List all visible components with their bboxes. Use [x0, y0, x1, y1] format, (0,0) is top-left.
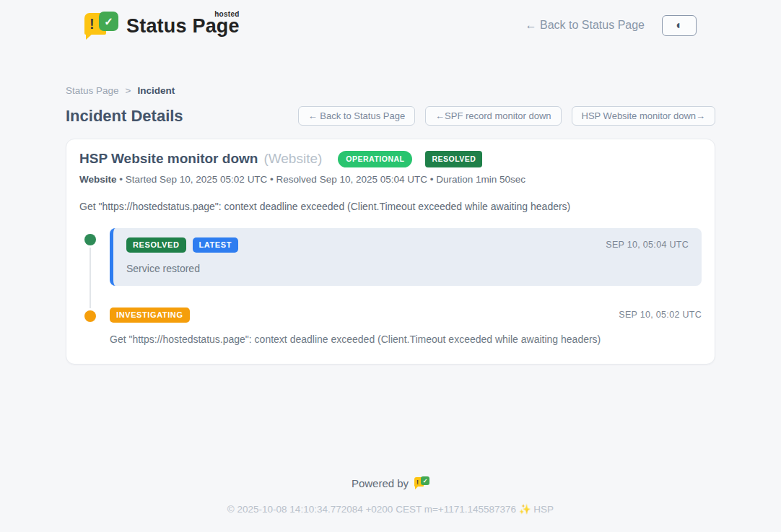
timeline-entry-message: Get "https://hostedstatus.page": context…: [110, 333, 702, 345]
timeline-entry-resolved: RESOLVED LATEST SEP 10, 05:04 UTC Servic…: [79, 228, 702, 286]
powered-by-label: Powered by: [352, 477, 409, 489]
breadcrumb-status-page[interactable]: Status Page: [66, 85, 119, 96]
timeline-dot-green: [84, 234, 96, 245]
footer-logo-icon: ! ✓: [414, 476, 429, 490]
incident-component: (Website): [263, 151, 322, 167]
brand-logo-text: hosted Status Page: [126, 10, 240, 40]
contrast-icon: ◐: [676, 19, 683, 31]
timeline-entry-plain: INVESTIGATING SEP 10, 05:02 UTC Get "htt…: [110, 308, 702, 345]
timeline-latest-badge: LATEST: [193, 237, 239, 253]
brand-logo[interactable]: ! ✓ hosted Status Page: [84, 10, 240, 40]
incident-description: Get "https://hostedstatus.page": context…: [79, 201, 702, 212]
prev-incident-button[interactable]: ←SPF record monitor down: [425, 106, 561, 126]
brand-logo-icon: ! ✓: [84, 10, 119, 40]
footer-logo-bubble-tail: [415, 486, 419, 489]
header-back-link[interactable]: ← Back to Status Page: [525, 19, 645, 32]
timeline-entry-message: Service restored: [126, 263, 689, 274]
logo-check-icon: ✓: [99, 12, 118, 31]
back-to-status-page-button[interactable]: ← Back to Status Page: [298, 106, 415, 126]
next-incident-button[interactable]: HSP Website monitor down→: [572, 106, 715, 126]
breadcrumb-separator: >: [126, 85, 131, 96]
timeline-resolved-badge: RESOLVED: [126, 237, 186, 253]
powered-by[interactable]: Powered by ! ✓: [0, 476, 781, 490]
breadcrumb: Status Page > Incident: [66, 85, 715, 96]
incident-title: HSP Website monitor down: [79, 151, 258, 167]
incident-timeline: RESOLVED LATEST SEP 10, 05:04 UTC Servic…: [79, 228, 702, 345]
footer-logo-check-icon: ✓: [421, 476, 429, 485]
timeline-entry-timestamp: SEP 10, 05:02 UTC: [619, 310, 702, 320]
site-header: ! ✓ hosted Status Page ← Back to Status …: [0, 0, 781, 48]
page-title: Incident Details: [66, 107, 183, 126]
copyright-text: © 2025-10-08 14:10:34.772084 +0200 CEST …: [0, 503, 781, 515]
timeline-investigating-badge: INVESTIGATING: [110, 308, 190, 323]
operational-badge: OPERATIONAL: [338, 151, 412, 167]
theme-toggle-button[interactable]: ◐: [662, 15, 697, 36]
incident-card: HSP Website monitor down (Website) OPERA…: [66, 139, 715, 365]
timeline-entry-timestamp: SEP 10, 05:04 UTC: [606, 240, 689, 250]
timeline-entry-investigating: INVESTIGATING SEP 10, 05:02 UTC Get "htt…: [79, 308, 702, 345]
timeline-dot-orange: [84, 310, 96, 322]
resolved-badge: RESOLVED: [425, 151, 482, 167]
incident-meta-component: Website: [79, 174, 117, 185]
site-footer: Powered by ! ✓ © 2025-10-08 14:10:34.772…: [0, 476, 781, 532]
logo-bubble-tail: [86, 33, 93, 40]
brand-superscript: hosted: [214, 10, 240, 18]
incident-nav-buttons: ← Back to Status Page ←SPF record monito…: [298, 106, 715, 126]
timeline-entry-highlight-box: RESOLVED LATEST SEP 10, 05:04 UTC Servic…: [110, 228, 702, 286]
incident-meta: Website • Started Sep 10, 2025 05:02 UTC…: [79, 174, 702, 185]
brand-name: Status Page: [126, 15, 240, 37]
breadcrumb-incident: Incident: [137, 85, 175, 96]
incident-meta-details: • Started Sep 10, 2025 05:02 UTC • Resol…: [117, 174, 526, 185]
